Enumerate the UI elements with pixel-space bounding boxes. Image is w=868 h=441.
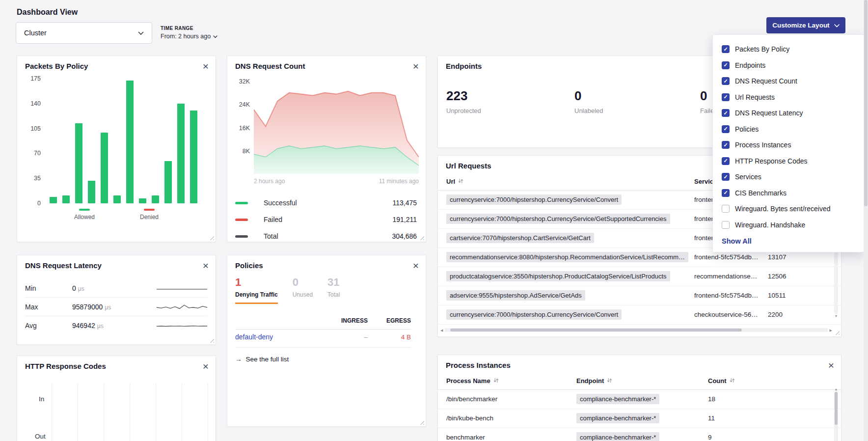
- time-range: TIME RANGE From: 2 hours ago: [161, 26, 217, 40]
- option-label: DNS Request Count: [735, 77, 797, 85]
- scrollbar-thumb[interactable]: [450, 329, 742, 331]
- column-header-url[interactable]: Url: [446, 178, 463, 185]
- close-icon[interactable]: ×: [203, 258, 209, 273]
- close-icon[interactable]: ×: [203, 59, 209, 73]
- table-row[interactable]: /bin/kube-bench compliance-benchmarker-*…: [438, 409, 841, 428]
- checkbox-icon[interactable]: [722, 45, 730, 53]
- close-icon[interactable]: ×: [413, 258, 419, 273]
- bar: [113, 195, 121, 203]
- bar: [152, 195, 159, 203]
- table-row[interactable]: /bin/benchmarker compliance-benchmarker-…: [438, 390, 841, 409]
- checkbox-icon[interactable]: [722, 205, 730, 213]
- table-header: INGRESS EGRESS: [235, 317, 411, 330]
- customize-option-wireguard-handshake[interactable]: Wireguard. Handshake: [713, 217, 864, 233]
- checkbox-icon[interactable]: [722, 61, 730, 69]
- checkbox-icon[interactable]: [722, 77, 730, 85]
- customize-option-endpoints[interactable]: Endpoints: [713, 57, 864, 74]
- customize-option-dns-request-latency[interactable]: DNS Request Latency: [713, 105, 864, 121]
- customize-option-services[interactable]: Services: [713, 169, 864, 185]
- resize-handle[interactable]: [419, 420, 424, 425]
- checkbox-icon[interactable]: [722, 157, 730, 165]
- stat-unlabeled: 0 Unlabeled: [574, 88, 603, 114]
- vertical-scrollbar[interactable]: ▲ ▼: [834, 387, 839, 441]
- customize-layout-button[interactable]: Customize Layout: [766, 17, 845, 33]
- scroll-right-icon[interactable]: ▶: [830, 329, 832, 332]
- resize-handle[interactable]: [419, 235, 424, 240]
- scroll-left-icon[interactable]: ◀: [440, 329, 443, 332]
- card-http-response-codes: HTTP Response Codes × In Out: [17, 356, 216, 441]
- tab-denying-traffic[interactable]: 1 Denying Traffic: [235, 276, 278, 304]
- table-row[interactable]: currencyservice:7000/hipstershop.Currenc…: [438, 305, 841, 325]
- scrollbar-thumb[interactable]: [835, 392, 838, 425]
- chevron-down-icon: [213, 33, 217, 40]
- customize-option-dns-request-count[interactable]: DNS Request Count: [713, 73, 864, 89]
- resize-handle[interactable]: [835, 330, 840, 335]
- customize-option-process-instances[interactable]: Process Instances: [713, 137, 864, 153]
- column-label: Url: [446, 178, 455, 185]
- checkbox-icon[interactable]: [722, 173, 730, 181]
- total-swatch-icon: [235, 235, 248, 238]
- customize-option-url-requests[interactable]: Url Requests: [713, 89, 864, 106]
- stat-label: Unlabeled: [574, 107, 603, 114]
- resize-handle[interactable]: [209, 338, 214, 343]
- checkbox-icon[interactable]: [722, 125, 730, 133]
- checkbox-icon[interactable]: [722, 141, 730, 149]
- window-scrollbar[interactable]: [864, 0, 868, 441]
- view-select[interactable]: Cluster: [16, 22, 152, 44]
- customize-option-wireguard-bytes[interactable]: Wireguard. Bytes sent/received: [713, 201, 864, 217]
- policy-name-link[interactable]: default-deny: [235, 333, 323, 341]
- close-icon[interactable]: ×: [413, 59, 419, 73]
- policies-tabs: 1 Denying Traffic 0 Unused 31 Total: [235, 276, 340, 304]
- close-icon[interactable]: ×: [203, 359, 209, 373]
- table-row[interactable]: productcatalogservice:3550/hipstershop.P…: [438, 267, 841, 286]
- checkbox-icon[interactable]: [722, 109, 730, 117]
- see-full-list-link[interactable]: → See the full list: [235, 356, 289, 363]
- customize-option-cis-benchmarks[interactable]: CIS Benchmarks: [713, 185, 864, 201]
- area-chart: [254, 82, 419, 174]
- resize-handle[interactable]: [209, 235, 214, 240]
- show-all-link[interactable]: Show All: [713, 233, 864, 246]
- column-header-process-name[interactable]: Process Name: [446, 377, 499, 385]
- tab-total[interactable]: 31 Total: [327, 276, 340, 304]
- tab-count: 31: [327, 276, 340, 289]
- scrollbar-track[interactable]: [834, 391, 838, 441]
- axis-tick-label: 105: [22, 125, 41, 132]
- count-cell: 9: [708, 434, 712, 441]
- latency-label: Avg: [25, 322, 72, 330]
- url-cell: currencyservice:7000/hipstershop.Currenc…: [446, 309, 622, 320]
- tab-unused[interactable]: 0 Unused: [293, 276, 313, 304]
- customize-option-packets-by-policy[interactable]: Packets By Policy: [713, 41, 864, 57]
- chart-legend: Successful 113,475 Failed 191,211 Total …: [235, 194, 417, 245]
- table-row[interactable]: benchmarker compliance-benchmarker-* 9: [438, 428, 841, 441]
- checkbox-icon[interactable]: [722, 189, 730, 197]
- table-row: default-deny – 4 B: [235, 333, 411, 348]
- scroll-up-icon[interactable]: ▲: [835, 387, 838, 391]
- count-cell: 18: [708, 395, 715, 403]
- checkbox-icon[interactable]: [722, 221, 730, 229]
- tab-label: Unused: [293, 291, 313, 298]
- latency-label: Max: [25, 303, 72, 311]
- scrollbar-track[interactable]: [444, 328, 828, 332]
- checkbox-icon[interactable]: [722, 93, 730, 101]
- horizontal-scrollbar[interactable]: ◀ ▶: [440, 327, 832, 333]
- customize-option-http-response-codes[interactable]: HTTP Response Codes: [713, 153, 864, 169]
- sort-icon: [730, 377, 735, 385]
- y-axis: 32K24K16K8K: [231, 78, 250, 155]
- legend-label: Failed: [264, 216, 282, 223]
- stat-value: 223: [446, 88, 481, 104]
- scroll-down-icon[interactable]: ▼: [835, 314, 838, 318]
- column-header-count[interactable]: Count: [708, 377, 735, 385]
- card-title: Endpoints: [446, 62, 482, 70]
- option-label: Policies: [735, 125, 759, 133]
- close-icon[interactable]: ×: [828, 358, 834, 372]
- sort-icon: [607, 377, 612, 385]
- latency-unit: μs: [78, 285, 84, 292]
- service-cell: checkoutservice-56…: [694, 311, 766, 318]
- table-row[interactable]: adservice:9555/hipstershop.AdService/Get…: [438, 286, 841, 305]
- column-header-endpoint[interactable]: Endpoint: [576, 377, 612, 385]
- time-range-label: TIME RANGE: [161, 26, 217, 31]
- time-range-value[interactable]: From: 2 hours ago: [161, 33, 217, 40]
- scrollbar-thumb[interactable]: [864, 0, 868, 206]
- url-cell: cartservice:7070/hipstershop.CartService…: [446, 233, 594, 243]
- customize-option-policies[interactable]: Policies: [713, 121, 864, 138]
